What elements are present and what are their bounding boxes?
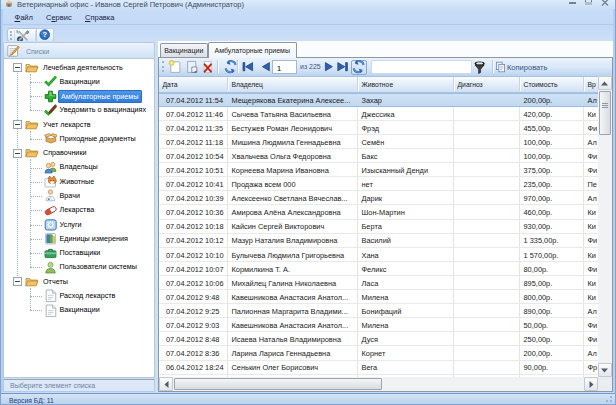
svg-text:?: ? xyxy=(42,30,47,39)
